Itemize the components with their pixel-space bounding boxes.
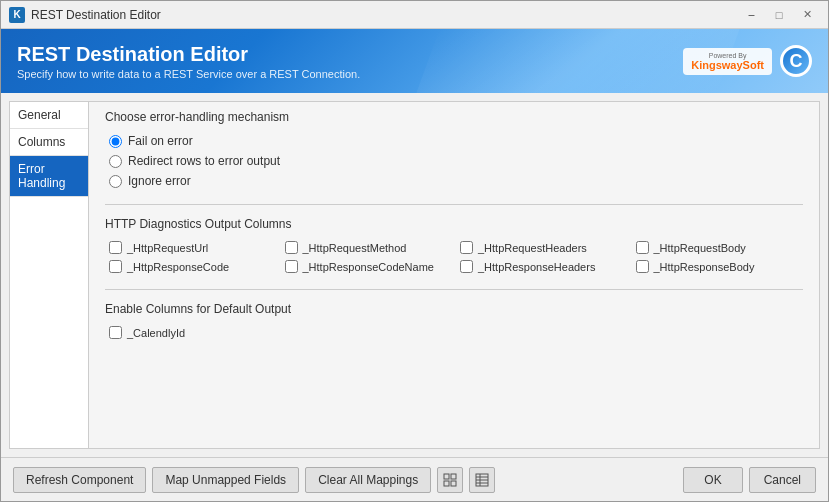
refresh-component-button[interactable]: Refresh Component: [13, 467, 146, 493]
sidebar: General Columns Error Handling: [9, 101, 89, 449]
checkbox-http-request-url-label: _HttpRequestUrl: [127, 242, 208, 254]
content-area: Choose error-handling mechanism Fail on …: [89, 101, 820, 449]
checkbox-http-request-body-input[interactable]: [636, 241, 649, 254]
minimize-button[interactable]: ‒: [738, 5, 764, 25]
window-title: REST Destination Editor: [31, 8, 738, 22]
header-title-area: REST Destination Editor Specify how to w…: [17, 42, 360, 80]
radio-fail-on-error[interactable]: Fail on error: [109, 134, 803, 148]
checkbox-http-response-code-name[interactable]: _HttpResponseCodeName: [285, 260, 453, 273]
divider-2: [105, 289, 803, 290]
checkbox-http-request-url-input[interactable]: [109, 241, 122, 254]
checkbox-http-response-body[interactable]: _HttpResponseBody: [636, 260, 804, 273]
checkbox-http-response-code-name-input[interactable]: [285, 260, 298, 273]
http-diagnostics-section: HTTP Diagnostics Output Columns _HttpReq…: [105, 217, 803, 273]
checkbox-http-response-body-label: _HttpResponseBody: [654, 261, 755, 273]
icon-button-1[interactable]: [437, 467, 463, 493]
header-subtitle: Specify how to write data to a REST Serv…: [17, 68, 360, 80]
checkbox-http-request-body-label: _HttpRequestBody: [654, 242, 746, 254]
svg-rect-1: [451, 474, 456, 479]
header-title: REST Destination Editor: [17, 42, 360, 66]
powered-by-text: Powered By: [709, 52, 747, 59]
enable-columns-title: Enable Columns for Default Output: [105, 302, 803, 316]
checkbox-http-request-method-input[interactable]: [285, 241, 298, 254]
sidebar-item-columns[interactable]: Columns: [10, 129, 88, 156]
app-icon: K: [9, 7, 25, 23]
checkbox-calendly-id-input[interactable]: [109, 326, 122, 339]
ok-button[interactable]: OK: [683, 467, 742, 493]
grid-icon: [443, 473, 457, 487]
brand-k: K: [691, 59, 699, 71]
error-handling-title: Choose error-handling mechanism: [105, 110, 803, 124]
window: K REST Destination Editor ‒ □ ✕ REST Des…: [0, 0, 829, 502]
radio-redirect-rows[interactable]: Redirect rows to error output: [109, 154, 803, 168]
checkbox-http-response-code-name-label: _HttpResponseCodeName: [303, 261, 434, 273]
enable-columns-grid: _CalendlyId: [109, 326, 803, 339]
radio-redirect-rows-label: Redirect rows to error output: [128, 154, 280, 168]
header-banner: REST Destination Editor Specify how to w…: [1, 29, 828, 93]
clear-all-mappings-button[interactable]: Clear All Mappings: [305, 467, 431, 493]
checkbox-http-response-headers[interactable]: _HttpResponseHeaders: [460, 260, 628, 273]
radio-ignore-error-input[interactable]: [109, 175, 122, 188]
header-logo: Powered By KingswaySoft C: [683, 45, 812, 77]
radio-redirect-rows-input[interactable]: [109, 155, 122, 168]
svg-rect-2: [444, 481, 449, 486]
checkbox-http-response-code[interactable]: _HttpResponseCode: [109, 260, 277, 273]
sidebar-item-general[interactable]: General: [10, 102, 88, 129]
checkbox-http-request-body[interactable]: _HttpRequestBody: [636, 241, 804, 254]
checkbox-http-response-headers-input[interactable]: [460, 260, 473, 273]
kingsway-logo: Powered By KingswaySoft: [683, 48, 772, 75]
close-button[interactable]: ✕: [794, 5, 820, 25]
http-diagnostics-grid: _HttpRequestUrl _HttpRequestMethod _Http…: [109, 241, 803, 273]
svg-rect-0: [444, 474, 449, 479]
enable-columns-section: Enable Columns for Default Output _Calen…: [105, 302, 803, 339]
checkbox-http-response-code-input[interactable]: [109, 260, 122, 273]
radio-fail-on-error-label: Fail on error: [128, 134, 193, 148]
footer: Refresh Component Map Unmapped Fields Cl…: [1, 457, 828, 501]
title-bar: K REST Destination Editor ‒ □ ✕: [1, 1, 828, 29]
checkbox-http-request-headers-label: _HttpRequestHeaders: [478, 242, 587, 254]
checkbox-http-response-headers-label: _HttpResponseHeaders: [478, 261, 595, 273]
error-handling-section: Choose error-handling mechanism Fail on …: [105, 110, 803, 188]
checkbox-http-response-body-input[interactable]: [636, 260, 649, 273]
radio-ignore-error[interactable]: Ignore error: [109, 174, 803, 188]
cancel-button[interactable]: Cancel: [749, 467, 816, 493]
sidebar-item-error-handling[interactable]: Error Handling: [10, 156, 88, 197]
divider-1: [105, 204, 803, 205]
checkbox-calendly-id[interactable]: _CalendlyId: [109, 326, 277, 339]
radio-ignore-error-label: Ignore error: [128, 174, 191, 188]
http-diagnostics-title: HTTP Diagnostics Output Columns: [105, 217, 803, 231]
checkbox-http-request-url[interactable]: _HttpRequestUrl: [109, 241, 277, 254]
checkbox-http-request-headers[interactable]: _HttpRequestHeaders: [460, 241, 628, 254]
main-content: General Columns Error Handling Choose er…: [1, 93, 828, 457]
checkbox-http-response-code-label: _HttpResponseCode: [127, 261, 229, 273]
checkbox-http-request-method-label: _HttpRequestMethod: [303, 242, 407, 254]
maximize-button[interactable]: □: [766, 5, 792, 25]
svg-rect-3: [451, 481, 456, 486]
error-handling-radio-group: Fail on error Redirect rows to error out…: [109, 134, 803, 188]
title-bar-controls: ‒ □ ✕: [738, 5, 820, 25]
checkbox-http-request-headers-input[interactable]: [460, 241, 473, 254]
checkbox-calendly-id-label: _CalendlyId: [127, 327, 185, 339]
map-unmapped-fields-button[interactable]: Map Unmapped Fields: [152, 467, 299, 493]
c-logo-icon: C: [780, 45, 812, 77]
checkbox-http-request-method[interactable]: _HttpRequestMethod: [285, 241, 453, 254]
radio-fail-on-error-input[interactable]: [109, 135, 122, 148]
icon-button-2[interactable]: [469, 467, 495, 493]
brand-rest: ingswaySoft: [699, 59, 764, 71]
table-icon: [475, 473, 489, 487]
brand-name: KingswaySoft: [691, 59, 764, 71]
